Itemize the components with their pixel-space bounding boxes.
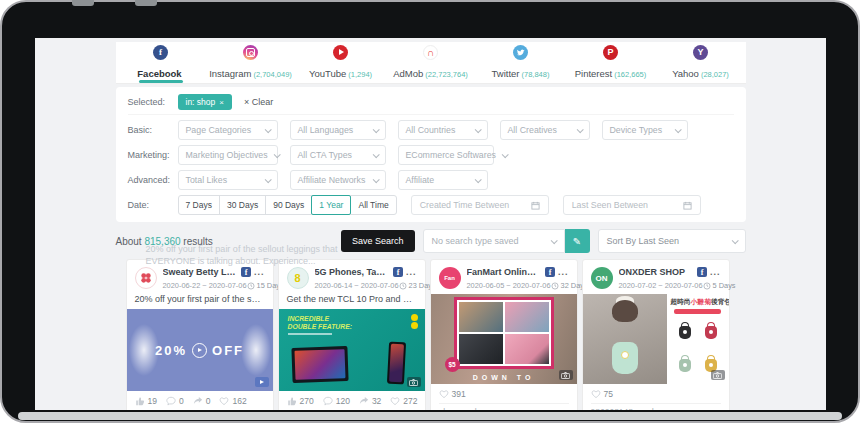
tab-instagram[interactable]: Instagram(2,704,049) bbox=[206, 42, 296, 83]
dropdown-total-likes[interactable]: Total Likes bbox=[178, 170, 278, 190]
more-options-button[interactable]: ... bbox=[406, 270, 417, 274]
device-notch bbox=[135, 0, 157, 6]
clock-icon bbox=[551, 282, 559, 290]
last-seen-input[interactable]: Last Seen Between bbox=[563, 195, 701, 215]
pinterest-icon: P bbox=[603, 45, 618, 60]
photo-type-icon[interactable] bbox=[559, 370, 573, 380]
more-options-button[interactable]: ... bbox=[254, 270, 265, 274]
ad-card: Sweaty Betty London | Wom... f ... 2020-… bbox=[126, 259, 274, 410]
ad-page-title[interactable]: ONXDER SHOP bbox=[619, 267, 693, 277]
chevron-down-icon bbox=[372, 151, 379, 158]
date-range-1-year[interactable]: 1 Year bbox=[311, 195, 351, 215]
dropdown-ecommerce-softwares[interactable]: ECommerce Softwares bbox=[398, 145, 494, 165]
results-summary: About 815,360 results bbox=[116, 236, 213, 247]
dropdown-value: Total Likes bbox=[186, 175, 228, 185]
tab-label: AdMob bbox=[393, 68, 423, 79]
tab-twitter[interactable]: Twitter(78,848) bbox=[476, 42, 566, 83]
ad-page-title[interactable]: FanMart Online Shopping - F... bbox=[467, 267, 541, 277]
tv-image bbox=[291, 346, 348, 383]
clear-filters-link[interactable]: × Clear bbox=[244, 97, 273, 107]
video-type-icon[interactable] bbox=[255, 377, 269, 387]
edit-saved-search-button[interactable]: ✎ bbox=[565, 229, 590, 253]
tab-admob[interactable]: ∩ AdMob(22,723,764) bbox=[386, 42, 476, 83]
dropdown-all-creatives[interactable]: All Creatives bbox=[500, 120, 590, 140]
tab-youtube[interactable]: YouTube(1,294) bbox=[296, 42, 386, 83]
tab-label: YouTube bbox=[309, 68, 346, 79]
input-placeholder: Last Seen Between bbox=[572, 200, 648, 210]
ad-creative[interactable]: $5 DOWN TO bbox=[431, 294, 577, 384]
date-range-30-days[interactable]: 30 Days bbox=[219, 195, 266, 215]
chip-close-icon[interactable]: × bbox=[219, 98, 224, 107]
results-word: results bbox=[183, 236, 212, 247]
photo-type-icon[interactable] bbox=[407, 377, 421, 387]
chevron-down-icon bbox=[273, 151, 280, 158]
dropdown-affiliate-networks[interactable]: Affiliate Networks bbox=[290, 170, 386, 190]
date-range-7-days[interactable]: 7 Days bbox=[178, 195, 220, 215]
chevron-down-icon bbox=[264, 126, 271, 133]
ad-creative[interactable]: 超時尚小雛菊後背包 bbox=[583, 294, 729, 384]
results-count: 815,360 bbox=[144, 236, 180, 247]
save-search-button[interactable]: Save Search bbox=[341, 230, 415, 252]
dropdown-all-cta-types[interactable]: All CTA Types bbox=[290, 145, 386, 165]
dropdown-page-categories[interactable]: Page Categories bbox=[178, 120, 278, 140]
date-row: Date: 7 Days 30 Days 90 Days 1 Year All … bbox=[128, 195, 734, 215]
date-range-90-days[interactable]: 90 Days bbox=[265, 195, 312, 215]
dropdown-device-types[interactable]: Device Types bbox=[602, 120, 688, 140]
ad-page-title[interactable]: Sweaty Betty London | Wom... bbox=[163, 267, 237, 277]
date-range-all-time[interactable]: All Time bbox=[350, 195, 396, 215]
ad-duration: 5 Days bbox=[713, 281, 736, 290]
tab-label: Yahoo bbox=[672, 68, 699, 79]
tab-label: Instagram bbox=[209, 68, 251, 79]
chevron-down-icon bbox=[264, 176, 271, 183]
tab-count: (22,723,764) bbox=[425, 70, 468, 79]
stat-value: 391 bbox=[452, 389, 466, 399]
ad-stats: 391 bbox=[431, 384, 577, 403]
advanced-label: Advanced: bbox=[128, 175, 178, 185]
filter-chip-in-shop[interactable]: in: shop× bbox=[178, 94, 232, 110]
stat-value: 162 bbox=[232, 396, 246, 406]
more-options-button[interactable]: ... bbox=[710, 270, 721, 274]
tab-pinterest[interactable]: P Pinterest(162,665) bbox=[566, 42, 656, 83]
play-icon bbox=[192, 343, 207, 358]
dropdown-affiliate[interactable]: Affiliate bbox=[398, 170, 488, 190]
tab-count: (78,848) bbox=[522, 70, 550, 79]
ad-domain[interactable]: play.google.com bbox=[439, 403, 569, 410]
chevron-down-icon bbox=[372, 126, 379, 133]
photo-type-icon[interactable] bbox=[711, 370, 725, 380]
backpack-black bbox=[679, 326, 691, 339]
sort-dropdown[interactable]: Sort By Last Seen bbox=[598, 229, 746, 253]
results-about: About bbox=[116, 236, 142, 247]
page-avatar: Fan bbox=[439, 267, 461, 289]
more-options-button[interactable]: ... bbox=[558, 270, 569, 274]
product-collage bbox=[454, 297, 554, 369]
ad-page-title[interactable]: 5G Phones, Tablets & SIMs | ... bbox=[315, 267, 389, 277]
stat-value: 32 bbox=[372, 396, 381, 406]
ad-card: 8 5G Phones, Tablets & SIMs | ... f ... … bbox=[278, 259, 426, 410]
dropdown-all-countries[interactable]: All Countries bbox=[398, 120, 488, 140]
price-badge: $5 bbox=[445, 357, 460, 372]
ad-domain[interactable]: 986208148.onxder.com bbox=[591, 403, 721, 410]
heart-icon bbox=[219, 396, 229, 406]
device-base bbox=[18, 412, 842, 420]
stat-value: 0 bbox=[206, 396, 211, 406]
created-time-input[interactable]: Created Time Between bbox=[411, 195, 549, 215]
dropdown-all-languages[interactable]: All Languages bbox=[290, 120, 386, 140]
ad-creative[interactable]: 20% OFF bbox=[127, 309, 273, 391]
backpack-red bbox=[705, 326, 717, 339]
tab-facebook[interactable]: f Facebook bbox=[116, 42, 206, 83]
pencil-icon: ✎ bbox=[573, 236, 581, 247]
results-grid: Sweaty Betty London | Wom... f ... 2020-… bbox=[126, 259, 736, 410]
facebook-badge-icon: f bbox=[241, 267, 251, 277]
admob-icon: ∩ bbox=[423, 45, 438, 60]
stat-value: 75 bbox=[604, 389, 613, 399]
tab-yahoo[interactable]: Y Yahoo(28,027) bbox=[656, 42, 746, 83]
ad-creative[interactable]: INCREDIBLE DOUBLE FEATURE: bbox=[279, 309, 425, 391]
stat-value: 0 bbox=[179, 396, 184, 406]
saved-search-dropdown[interactable]: No search type saved bbox=[423, 229, 565, 253]
selected-row: Selected: in: shop× × Clear bbox=[128, 94, 734, 115]
ad-card: ON ONXDER SHOP f ... 2020-07-02 ~ 2020-0… bbox=[582, 259, 730, 410]
stat-value: 120 bbox=[336, 396, 350, 406]
share-icon bbox=[193, 396, 203, 406]
dropdown-marketing-objectives[interactable]: Marketing Objectives bbox=[178, 145, 278, 165]
heart-icon bbox=[439, 389, 449, 399]
